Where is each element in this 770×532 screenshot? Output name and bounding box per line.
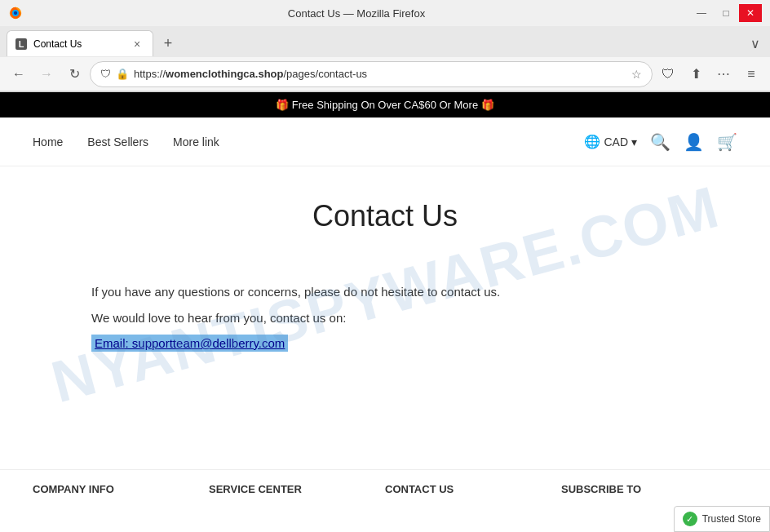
trusted-checkmark-icon: ✓ — [683, 512, 697, 526]
currency-label: CAD — [604, 135, 628, 149]
nav-bestsellers[interactable]: Best Sellers — [87, 135, 148, 149]
browser-chrome: Contact Us — Mozilla Firefox — □ ✕ L Con… — [0, 0, 770, 92]
nav-links: Home Best Sellers More link — [33, 135, 219, 149]
url-domain: womenclothingca.shop — [166, 68, 283, 80]
page-content: Contact Us If you have any questions or … — [59, 166, 711, 401]
contact-email-link[interactable]: Email: supportteam@dellberry.com — [91, 335, 288, 352]
footer-col-service: Service Center — [209, 483, 385, 495]
nav-right: 🌐 CAD ▾ 🔍 👤 🛒 — [584, 132, 737, 152]
tab-close-button[interactable]: × — [130, 37, 144, 51]
window-controls: — □ ✕ — [690, 4, 762, 22]
footer-col-subscribe: Subscribe to — [561, 483, 737, 495]
announcement-text: 🎁 Free Shipping On Over CA$60 Or More 🎁 — [276, 99, 494, 111]
security-shield-icon: 🛡 — [100, 68, 111, 80]
hamburger-menu-button[interactable]: ≡ — [739, 62, 763, 86]
account-icon[interactable]: 👤 — [684, 132, 704, 152]
title-bar: Contact Us — Mozilla Firefox — □ ✕ — [0, 0, 770, 26]
nav-home[interactable]: Home — [33, 135, 63, 149]
back-button[interactable]: ← — [7, 62, 31, 86]
footer-col-contact: CONTACT US — [385, 483, 561, 495]
firefox-icon — [8, 6, 23, 20]
currency-selector[interactable]: 🌐 CAD ▾ — [584, 134, 637, 149]
footer-preview: Company Info Service Center CONTACT US S… — [0, 469, 770, 508]
announcement-bar: 🎁 Free Shipping On Over CA$60 Or More 🎁 — [0, 92, 770, 117]
globe-icon: 🌐 — [584, 134, 600, 149]
trusted-store-badge: ✓ Trusted Store — [674, 506, 770, 532]
minimize-button[interactable]: — — [690, 4, 713, 22]
search-icon[interactable]: 🔍 — [650, 132, 670, 152]
bookmark-icon[interactable]: ☆ — [631, 68, 642, 81]
svg-point-2 — [14, 11, 17, 15]
nav-actions: 🛡 ⬆ ⋯ ≡ — [656, 62, 763, 86]
website: 🎁 Free Shipping On Over CA$60 Or More 🎁 … — [0, 92, 770, 401]
close-button[interactable]: ✕ — [739, 4, 762, 22]
nav-morelink[interactable]: More link — [173, 135, 219, 149]
refresh-button[interactable]: ↻ — [62, 62, 86, 86]
tab-overflow-button[interactable]: ∨ — [747, 33, 763, 55]
contact-paragraph1: If you have any questions or concerns, p… — [91, 282, 679, 302]
url-path: /pages/contact-us — [284, 68, 368, 80]
page-title: Contact Us — [91, 199, 679, 233]
currency-dropdown-icon: ▾ — [631, 135, 637, 149]
pocket-button[interactable]: 🛡 — [656, 62, 680, 86]
tab-bar: L Contact Us × + ∨ — [0, 26, 770, 57]
address-bar[interactable]: 🛡 🔒 https://womenclothingca.shop/pages/c… — [90, 61, 653, 87]
maximize-button[interactable]: □ — [715, 4, 737, 22]
forward-button[interactable]: → — [34, 62, 59, 86]
lock-icon: 🔒 — [116, 68, 129, 80]
url-scheme: https:// — [134, 68, 166, 80]
extensions-button[interactable]: ⋯ — [711, 62, 736, 86]
footer-col-company: Company Info — [33, 483, 209, 495]
contact-paragraph2: We would love to hear from you, contact … — [91, 308, 679, 328]
content-area: 🎁 Free Shipping On Over CA$60 Or More 🎁 … — [0, 92, 770, 532]
cart-icon[interactable]: 🛒 — [717, 132, 737, 152]
nav-bar: ← → ↻ 🛡 🔒 https://womenclothingca.shop/p… — [0, 57, 770, 91]
title-bar-left — [8, 6, 23, 20]
url-display: https://womenclothingca.shop/pages/conta… — [134, 68, 626, 80]
trusted-store-label: Trusted Store — [702, 513, 761, 525]
new-tab-button[interactable]: + — [157, 32, 179, 55]
active-tab[interactable]: L Contact Us × — [7, 30, 153, 56]
tab-favicon: L — [15, 38, 27, 50]
tab-title: Contact Us — [33, 38, 123, 50]
site-nav: Home Best Sellers More link 🌐 CAD ▾ 🔍 👤 … — [0, 117, 770, 166]
share-button[interactable]: ⬆ — [684, 62, 708, 86]
browser-title: Contact Us — Mozilla Firefox — [23, 7, 690, 20]
